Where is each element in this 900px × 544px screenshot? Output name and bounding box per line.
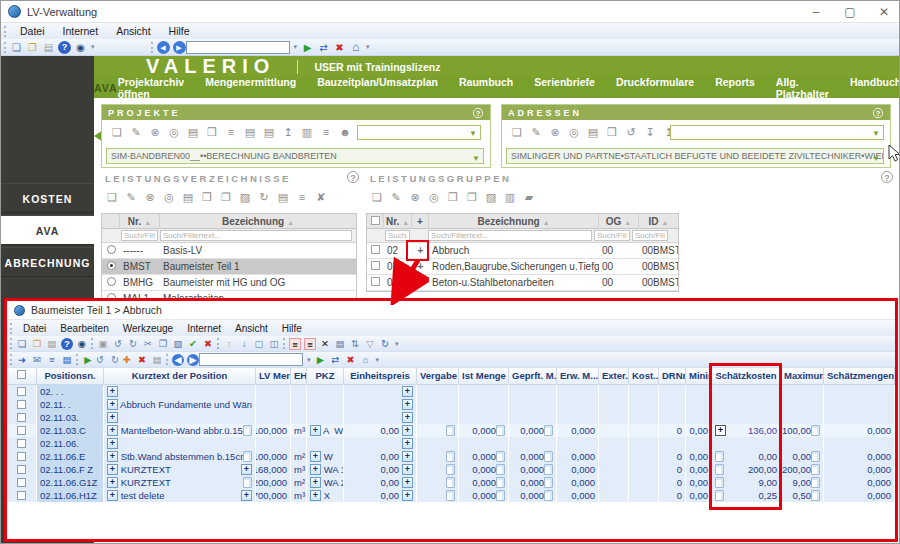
positions-col-Erw. M...[interactable]: Erw. M... bbox=[557, 368, 599, 384]
lg-filter-bez[interactable] bbox=[428, 230, 592, 241]
search-icon[interactable]: ◎ bbox=[567, 126, 581, 139]
einheitspreis-plus-icon[interactable]: + bbox=[402, 490, 413, 501]
print-icon[interactable]: ▤ bbox=[42, 41, 55, 54]
lg-filter-og[interactable] bbox=[594, 230, 630, 241]
undo-icon[interactable]: ↺ bbox=[112, 338, 124, 350]
sidebar-item-ava[interactable]: AVA bbox=[1, 215, 94, 245]
screenshot-icon[interactable]: ◉ bbox=[76, 338, 88, 350]
lv-filter-nr[interactable] bbox=[121, 230, 158, 241]
lg-row[interactable]: 03 + Roden,Baugrube,Sicherungen u.Tiefgr… bbox=[367, 259, 678, 275]
view-list-active-2-icon[interactable]: ≡ bbox=[304, 338, 316, 350]
schaetzkosten-plus-icon[interactable]: + bbox=[715, 425, 726, 436]
menu-internet[interactable]: Internet bbox=[55, 25, 107, 37]
doc-icon[interactable] bbox=[544, 477, 553, 488]
expand-plus-icon[interactable]: + bbox=[412, 261, 429, 272]
nav-item-mengenermittlung[interactable]: Mengenermittlung bbox=[205, 76, 296, 100]
adressen-combo[interactable]: SIMLINGER UND PARTNE•STAATLICH BEFUGTE U… bbox=[506, 148, 884, 164]
lg-col-og[interactable]: OG▲ bbox=[599, 214, 639, 229]
checkbox-icon[interactable] bbox=[371, 245, 380, 254]
new-document-icon[interactable]: ❏ bbox=[110, 126, 124, 139]
move-down-icon[interactable]: ↓ bbox=[238, 338, 250, 350]
schaetzkosten-doc-icon[interactable] bbox=[715, 477, 724, 488]
close-button[interactable]: ✕ bbox=[867, 1, 900, 23]
sidebar-item-abrechnung[interactable]: ABRECHNUNG bbox=[1, 247, 94, 277]
document-icon[interactable]: ▤ bbox=[276, 191, 290, 204]
go-icon[interactable]: ▶ bbox=[315, 354, 327, 366]
dropdown-arrow-icon[interactable]: ▼ bbox=[472, 152, 480, 164]
radio-selected-icon[interactable] bbox=[107, 261, 116, 270]
document-icon[interactable]: ▤ bbox=[243, 126, 257, 139]
lg-filter-id[interactable] bbox=[632, 230, 668, 241]
doc-icon[interactable] bbox=[544, 425, 553, 436]
positions-col-Kurztext der Position[interactable]: Kurztext der Position bbox=[104, 368, 256, 384]
edit-delete-icon[interactable]: ✖ bbox=[202, 338, 214, 350]
nav-item-bauzeitplan[interactable]: Bauzeitplan/Umsatzplan bbox=[317, 76, 438, 100]
doc-icon[interactable] bbox=[496, 425, 505, 436]
position-row[interactable]: 02.11. .+ Abbruch Fundamente und Wände+ bbox=[7, 398, 895, 411]
einheitspreis-plus-icon[interactable]: + bbox=[402, 451, 413, 462]
transfer-icon[interactable]: ⇄ bbox=[330, 354, 342, 366]
row-checkbox-icon[interactable] bbox=[17, 452, 26, 461]
overlay-menu-internet[interactable]: Internet bbox=[180, 323, 228, 334]
forward-icon[interactable]: ▶ bbox=[173, 41, 186, 54]
overlay-menu-ansicht[interactable]: Ansicht bbox=[228, 323, 275, 334]
history-icon[interactable]: ↺ bbox=[624, 126, 638, 139]
checkbox-icon[interactable] bbox=[371, 261, 380, 270]
dropdown-arrow-icon[interactable]: ▼ bbox=[469, 129, 477, 138]
doc-icon[interactable] bbox=[496, 464, 505, 475]
folder-icon[interactable]: ❒ bbox=[605, 126, 619, 139]
doc-icon[interactable] bbox=[811, 477, 820, 488]
cancel-icon[interactable]: ⊗ bbox=[143, 191, 157, 204]
close-red-icon[interactable]: ✖ bbox=[345, 354, 357, 366]
longtext-doc-icon[interactable] bbox=[243, 425, 252, 436]
doc-icon[interactable] bbox=[496, 490, 505, 501]
lv-row[interactable]: ------ Basis-LV bbox=[102, 243, 356, 259]
doc-icon[interactable] bbox=[811, 425, 820, 436]
go-icon[interactable]: ▶ bbox=[301, 41, 314, 54]
projekte-filter-combo[interactable]: ▼ bbox=[357, 125, 481, 140]
lg-col-nr[interactable]: Nr.▲ bbox=[384, 214, 412, 229]
download-icon[interactable]: ↧ bbox=[643, 126, 657, 139]
lv-col-nr[interactable]: Nr.▲ bbox=[120, 214, 160, 229]
position-row[interactable]: 02. . .++ bbox=[7, 385, 895, 398]
dropdown-arrow-icon[interactable]: ▼ bbox=[872, 152, 880, 164]
sort-asc-icon[interactable]: ▲ bbox=[543, 219, 550, 226]
view-list-active-1-icon[interactable]: ≡ bbox=[289, 338, 301, 350]
sort-asc-icon[interactable]: ▲ bbox=[402, 219, 409, 226]
nav-item-platzhalter[interactable]: Allg. Platzhalter bbox=[776, 76, 829, 100]
doc-icon[interactable] bbox=[811, 451, 820, 462]
paste-icon[interactable]: ▨ bbox=[484, 191, 498, 204]
save-icon[interactable]: ▣ bbox=[97, 338, 109, 350]
new-document-icon[interactable]: ❏ bbox=[105, 191, 119, 204]
overlay-navigation-combo[interactable] bbox=[199, 353, 303, 366]
nav-item-ava[interactable]: AVA bbox=[94, 82, 118, 94]
split-view-icon[interactable]: ◫ bbox=[268, 338, 280, 350]
pkz-plus-icon[interactable]: + bbox=[310, 477, 321, 488]
remove-item-icon[interactable]: ✖ bbox=[136, 354, 148, 366]
vergabe-doc-icon[interactable] bbox=[446, 451, 455, 462]
folder-icon[interactable]: ❒ bbox=[205, 126, 219, 139]
back-icon[interactable]: ◀ bbox=[157, 41, 170, 54]
cut-icon[interactable]: ✂ bbox=[142, 338, 154, 350]
adressen-filter-combo[interactable]: ▼ bbox=[670, 125, 884, 140]
toolbar-overflow-icon[interactable]: ▾ bbox=[91, 43, 95, 51]
close-red-icon[interactable]: ✖ bbox=[333, 41, 346, 54]
lg-row[interactable]: 02 + Abbruch 00 00BMST bbox=[367, 243, 678, 259]
positions-col-Geprft. M...[interactable]: Geprft. M... bbox=[509, 368, 557, 384]
schaetzkosten-doc-icon[interactable] bbox=[715, 451, 724, 462]
eraser-icon[interactable]: ▰ bbox=[522, 191, 536, 204]
longtext-plus-icon[interactable]: + bbox=[241, 490, 252, 501]
run-document-icon[interactable]: ▶ bbox=[82, 354, 94, 366]
radio-icon[interactable] bbox=[107, 277, 116, 286]
book-icon[interactable]: ▥ bbox=[503, 191, 517, 204]
position-row[interactable]: 02.11.03.++ bbox=[7, 411, 895, 424]
print-copy-icon[interactable]: ▤ bbox=[262, 126, 276, 139]
vergabe-doc-icon[interactable] bbox=[446, 425, 455, 436]
overlay-menu-hilfe[interactable]: Hilfe bbox=[275, 323, 309, 334]
position-row[interactable]: 02.11.06.F Z+ KURZTEXT+168,000m³+ WA 10,… bbox=[7, 463, 895, 476]
book-icon[interactable]: ▥ bbox=[300, 126, 314, 139]
lv-row-selected[interactable]: BMST Baumeister Teil 1 bbox=[102, 259, 356, 275]
einheitspreis-plus-icon[interactable]: + bbox=[402, 425, 413, 436]
open-folder-icon[interactable]: ❒ bbox=[31, 338, 43, 350]
print-icon[interactable]: ▤ bbox=[181, 191, 195, 204]
